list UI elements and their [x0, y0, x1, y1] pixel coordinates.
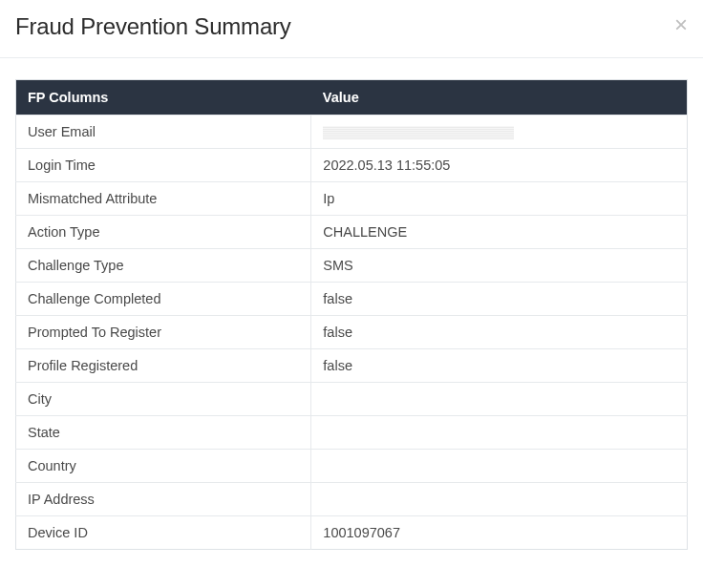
- table-row: Country: [16, 450, 688, 483]
- column-header-value: Value: [311, 80, 688, 116]
- row-label: Country: [16, 450, 311, 483]
- row-label: Action Type: [16, 216, 311, 249]
- row-value: [311, 450, 688, 483]
- table-row: Challenge TypeSMS: [16, 249, 688, 283]
- row-label: City: [16, 383, 311, 416]
- row-value: CHALLENGE: [311, 216, 688, 249]
- page-title: Fraud Prevention Summary: [15, 13, 291, 40]
- row-label: IP Address: [16, 483, 311, 516]
- row-label: State: [16, 416, 311, 450]
- table-row: Action TypeCHALLENGE: [16, 216, 688, 249]
- column-header-key: FP Columns: [16, 80, 311, 116]
- row-label: Mismatched Attribute: [16, 182, 311, 216]
- row-value: false: [311, 349, 688, 383]
- row-label: Profile Registered: [16, 349, 311, 383]
- row-label: Prompted To Register: [16, 316, 311, 349]
- row-value: [311, 416, 688, 450]
- row-value: [311, 483, 688, 516]
- modal-body: FP Columns Value User EmailLogin Time202…: [0, 58, 703, 565]
- table-row: Profile Registeredfalse: [16, 349, 688, 383]
- row-value: 2022.05.13 11:55:05: [311, 149, 688, 182]
- table-row: City: [16, 383, 688, 416]
- row-label: Challenge Completed: [16, 283, 311, 316]
- row-value: 1001097067: [311, 516, 688, 550]
- table-row: IP Address: [16, 483, 688, 516]
- row-value: Ip: [311, 182, 688, 216]
- row-value: [311, 116, 688, 149]
- modal-header: Fraud Prevention Summary ×: [0, 0, 703, 58]
- table-row: Prompted To Registerfalse: [16, 316, 688, 349]
- modal: Fraud Prevention Summary × FP Columns Va…: [0, 0, 703, 588]
- close-button[interactable]: ×: [674, 13, 688, 36]
- table-row: Challenge Completedfalse: [16, 283, 688, 316]
- row-value: false: [311, 316, 688, 349]
- redacted-value: [323, 126, 514, 139]
- fraud-summary-table: FP Columns Value User EmailLogin Time202…: [15, 79, 688, 550]
- row-label: Login Time: [16, 149, 311, 182]
- table-row: Login Time2022.05.13 11:55:05: [16, 149, 688, 182]
- table-row: User Email: [16, 116, 688, 149]
- row-value: [311, 383, 688, 416]
- table-row: Device ID1001097067: [16, 516, 688, 550]
- table-row: Mismatched AttributeIp: [16, 182, 688, 216]
- table-row: State: [16, 416, 688, 450]
- row-label: User Email: [16, 116, 311, 149]
- row-label: Challenge Type: [16, 249, 311, 283]
- row-label: Device ID: [16, 516, 311, 550]
- row-value: false: [311, 283, 688, 316]
- row-value: SMS: [311, 249, 688, 283]
